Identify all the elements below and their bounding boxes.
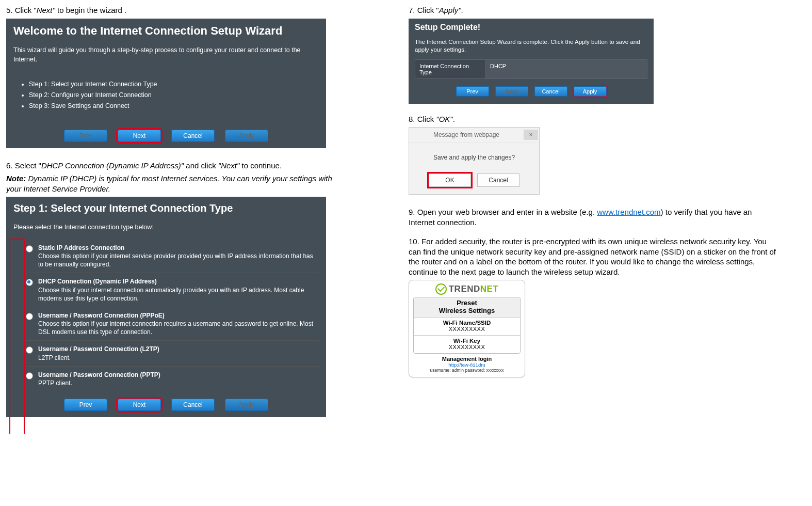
wizard-step1-panel: Step 1: Select your Internet Connection … bbox=[6, 197, 326, 417]
step-7-text: 7. Click "Apply". bbox=[409, 5, 780, 15]
wizard-step-item: Step 3: Save Settings and Connect bbox=[29, 101, 312, 112]
cancel-button[interactable]: Cancel bbox=[171, 399, 215, 411]
wizard-welcome-desc: This wizard will guide you through a ste… bbox=[6, 42, 326, 70]
connection-type-label: Internet Connection Type bbox=[415, 60, 486, 78]
wizard-step1-title: Step 1: Select your Internet Connection … bbox=[6, 197, 326, 219]
wizard-step1-desc: Please select the Internet connection ty… bbox=[6, 219, 326, 239]
step-6-text: 6. Select "DHCP Connection (Dynamic IP A… bbox=[6, 161, 347, 171]
setup-complete-panel: Setup Complete! The Internet Connection … bbox=[409, 19, 654, 104]
next-button[interactable]: Next bbox=[118, 399, 161, 411]
wizard-welcome-title: Welcome to the Internet Connection Setup… bbox=[6, 19, 326, 42]
radio-option-pptp[interactable]: Username / Password Connection (PPTP) PP… bbox=[26, 367, 319, 391]
radio-icon bbox=[26, 372, 33, 380]
radio-option-static[interactable]: Static IP Address Connection Choose this… bbox=[26, 240, 319, 274]
trendnet-logo: TRENDNET bbox=[413, 283, 521, 295]
cancel-button[interactable]: Cancel bbox=[171, 130, 215, 142]
radio-icon bbox=[26, 313, 33, 320]
setup-complete-title: Setup Complete! bbox=[409, 19, 654, 35]
logo-icon bbox=[435, 283, 447, 295]
trendnet-link[interactable]: www.trendnet.com bbox=[597, 208, 660, 216]
radio-icon bbox=[26, 279, 33, 286]
apply-button[interactable]: Apply bbox=[225, 130, 268, 142]
radio-option-dhcp[interactable]: DHCP Connection (Dynamic IP Address) Cho… bbox=[26, 273, 319, 307]
step-6-note: Note: Dynamic IP (DHCP) is typical for m… bbox=[6, 173, 347, 194]
router-sticker: TRENDNET PresetWireless Settings Wi-Fi N… bbox=[409, 280, 525, 377]
wizard-button-row: Prev Next Cancel Apply bbox=[409, 84, 654, 99]
radio-icon bbox=[26, 346, 33, 354]
wifikey-cell: Wi-Fi Key XXXXXXXXX bbox=[414, 336, 520, 353]
dialog-title: Message from webpage bbox=[409, 131, 524, 138]
confirm-dialog: Message from webpage × Save and apply th… bbox=[409, 127, 540, 195]
setup-complete-desc: The Internet Connection Setup Wizard is … bbox=[409, 35, 654, 59]
connection-type-value: DHCP bbox=[486, 60, 647, 78]
prev-button[interactable]: Prev bbox=[456, 86, 489, 97]
preset-heading: PresetWireless Settings bbox=[414, 297, 520, 318]
step-5-text: 5. Click "Next" to begin the wizard . bbox=[6, 5, 347, 15]
step-10-text: 10. For added security, the router is pr… bbox=[409, 236, 780, 277]
dialog-body-text: Save and apply the changes? bbox=[409, 143, 539, 169]
wizard-welcome-panel: Welcome to the Internet Connection Setup… bbox=[6, 19, 326, 148]
close-icon[interactable]: × bbox=[524, 130, 538, 140]
radio-option-pppoe[interactable]: Username / Password Connection (PPPoE) C… bbox=[26, 307, 319, 341]
ssid-cell: Wi-Fi Name/SSID XXXXXXXXX bbox=[414, 318, 520, 336]
apply-button[interactable]: Apply bbox=[574, 86, 607, 97]
wizard-step-item: Step 1: Select your Internet Connection … bbox=[29, 79, 312, 90]
step-9-text: 9. Open your web browser and enter in a … bbox=[409, 207, 780, 227]
cancel-button[interactable]: Cancel bbox=[534, 86, 567, 97]
wizard-steps-list: Step 1: Select your Internet Connection … bbox=[6, 77, 326, 121]
prev-button[interactable]: Prev bbox=[64, 399, 107, 411]
next-button[interactable]: Next bbox=[118, 130, 161, 142]
next-button[interactable]: Next bbox=[495, 86, 528, 97]
radio-icon bbox=[26, 245, 33, 252]
wizard-button-row: Prev Next Cancel Apply bbox=[6, 397, 326, 413]
ok-button[interactable]: OK bbox=[429, 173, 471, 187]
apply-button[interactable]: Apply bbox=[225, 399, 268, 411]
step-8-text: 8. Click "OK". bbox=[409, 114, 780, 124]
cancel-button[interactable]: Cancel bbox=[477, 173, 519, 187]
radio-option-l2tp[interactable]: Username / Password Connection (L2TP) L2… bbox=[26, 341, 319, 366]
wizard-step-item: Step 2: Configure your Internet Connecti… bbox=[29, 90, 312, 101]
highlight-strip bbox=[9, 239, 25, 434]
prev-button[interactable]: Prev bbox=[64, 130, 107, 142]
management-login: Management login http://tew-811dru usern… bbox=[413, 354, 521, 374]
connection-type-row: Internet Connection Type DHCP bbox=[415, 59, 647, 79]
wizard-button-row: Prev Next Cancel Apply bbox=[6, 128, 326, 144]
